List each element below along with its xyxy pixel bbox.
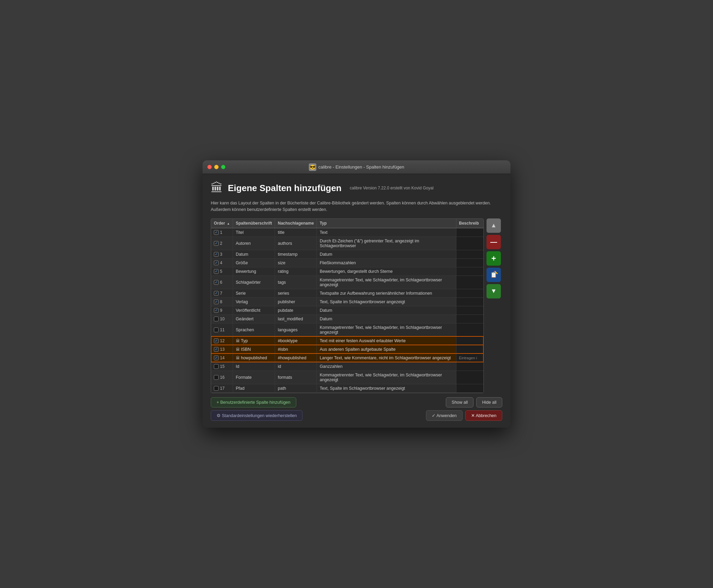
row-checkbox[interactable]: ✓ (214, 299, 219, 304)
cell-typ: Aus anderen Spalten aufgebaute Spalte (317, 345, 456, 353)
row-checkbox[interactable]: ✓ (214, 230, 219, 235)
cell-order: 15 (211, 362, 233, 371)
move-down-button[interactable]: ▼ (487, 284, 501, 298)
add-button[interactable]: + (487, 251, 501, 266)
row-checkbox[interactable]: ✓ (214, 269, 219, 274)
table-row[interactable]: ✓9VeröffentlichtpubdateDatum (211, 306, 483, 315)
cell-nachschl: size (275, 258, 316, 267)
add-custom-column-button[interactable]: + Benutzerdefinierte Spalte hinzufügen (211, 397, 296, 407)
table-row[interactable]: ✓13🏛ISBN#isbnAus anderen Spalten aufgeba… (211, 345, 483, 353)
row-checkbox[interactable] (214, 386, 219, 391)
reset-button[interactable]: ⚙ Standardeinstellungen wiederherstellen (211, 410, 302, 421)
table-row[interactable]: 15IdidGanzzahlen (211, 362, 483, 371)
col-header-nach[interactable]: Nachschlagename (275, 219, 316, 228)
row-checkbox[interactable] (214, 317, 219, 321)
cell-typ: Langer Text, wie Kommentare, nicht im Sc… (317, 353, 456, 362)
cell-nachschl: last_modified (275, 315, 316, 323)
row-checkbox[interactable]: ✓ (214, 260, 219, 265)
row-checkbox[interactable] (214, 364, 219, 369)
cell-typ: Bewertungen, dargestellt durch Sterne (317, 267, 456, 276)
cell-typ: Text (317, 228, 456, 237)
page-subtitle: calibre Version 7.22.0 erstellt von Kovi… (350, 186, 433, 190)
table-row[interactable]: ✓2AutorenauthorsDurch Et-Zeichen ("&") g… (211, 237, 483, 250)
table-row[interactable]: 11SprachenlanguagesKommagetrennter Text,… (211, 323, 483, 336)
table-row[interactable]: ✓4GrößesizeFließkommazahlen (211, 258, 483, 267)
col-header-typ[interactable]: Typ (317, 219, 456, 228)
cell-typ: Datum (317, 315, 456, 323)
table-row[interactable]: ✓3DatumtimestampDatum (211, 250, 483, 258)
cell-spalten: Serie (233, 289, 275, 297)
remove-button[interactable]: — (487, 235, 501, 249)
row-checkbox[interactable]: ✓ (214, 280, 219, 285)
table-row[interactable]: ✓5BewertungratingBewertungen, dargestell… (211, 267, 483, 276)
table-row[interactable]: ✓8VerlagpublisherText, Spalte im Schlagw… (211, 297, 483, 306)
col-header-spalten[interactable]: Spaltenüberschrift (233, 219, 275, 228)
row-checkbox[interactable]: ✓ (214, 291, 219, 296)
cell-spalten: Größe (233, 258, 275, 267)
cell-order: ✓8 (211, 297, 233, 306)
cell-spalten: Bewertung (233, 267, 275, 276)
cell-order: 10 (211, 315, 233, 323)
cancel-button[interactable]: ✕ Abbrechen (465, 410, 502, 421)
row-checkbox[interactable]: ✓ (214, 252, 219, 257)
cell-order: ✓9 (211, 306, 233, 315)
move-up-button[interactable]: ▲ (487, 218, 501, 233)
cell-spalten: Verlag (233, 297, 275, 306)
cell-order: ✓1 (211, 228, 233, 237)
row-checkbox[interactable]: ✓ (214, 356, 219, 360)
cell-typ: Text, Spalte im Schlagwortbrowser angeze… (317, 384, 456, 392)
col-header-beschreib[interactable]: Beschreib (456, 219, 483, 228)
edit-icon: 📋✏️ (490, 271, 497, 278)
cell-beschreib (456, 306, 483, 315)
cell-typ: Durch Et-Zeichen ("&") getrennter Text, … (317, 237, 456, 250)
custom-column-icon: 🏛 (236, 356, 240, 360)
row-checkbox[interactable]: ✓ (214, 338, 219, 343)
table-row[interactable]: ✓12🏛Typ#booktypeText mit einer festen Au… (211, 336, 483, 345)
cell-spalten: Schlagwörter (233, 276, 275, 289)
sort-arrow-icon: ▲ (227, 222, 230, 225)
cell-beschreib (456, 323, 483, 336)
minimize-button[interactable] (214, 165, 219, 169)
table-row[interactable]: ✓1TiteltitleText (211, 228, 483, 237)
footer-bar: ⚙ Standardeinstellungen wiederherstellen… (211, 410, 502, 421)
cell-beschreib (456, 315, 483, 323)
row-checkbox[interactable] (214, 328, 219, 332)
cell-nachschl: tags (275, 276, 316, 289)
bottom-bar-1: + Benutzerdefinierte Spalte hinzufügen S… (211, 397, 502, 407)
cell-typ: Text, Spalte im Schlagwortbrowser angeze… (317, 297, 456, 306)
footer-right: ✓ Anwenden ✕ Abbrechen (426, 410, 502, 421)
cell-beschreib (456, 384, 483, 392)
app-icon: 😎 (309, 163, 316, 171)
table-row[interactable]: 17PfadpathText, Spalte im Schlagwortbrow… (211, 384, 483, 392)
cell-typ: Text mit einer festen Auswahl erlaubter … (317, 336, 456, 345)
hide-all-button[interactable]: Hide all (476, 397, 502, 407)
close-button[interactable] (207, 165, 212, 169)
cell-nachschl: languages (275, 323, 316, 336)
description: Hier kann das Layout der Spalten in der … (211, 200, 502, 213)
row-checkbox[interactable]: ✓ (214, 241, 219, 246)
show-all-button[interactable]: Show all (446, 397, 474, 407)
cell-typ: Kommagetrennter Text, wie Schlagwörter, … (317, 371, 456, 384)
cell-typ: Datum (317, 306, 456, 315)
cell-spalten: Id (233, 362, 275, 371)
table-row[interactable]: ✓6SchlagwörtertagsKommagetrennter Text, … (211, 276, 483, 289)
cell-order: ✓5 (211, 267, 233, 276)
page-icon: 🏛 (211, 181, 223, 195)
row-checkbox[interactable]: ✓ (214, 347, 219, 352)
table-row[interactable]: 10Geändertlast_modifiedDatum (211, 315, 483, 323)
cell-typ: Ganzzahlen (317, 362, 456, 371)
description-line2: Außerdem können benutzerdefinierte Spalt… (211, 207, 327, 212)
row-checkbox[interactable] (214, 375, 219, 380)
table-row[interactable]: 16FormateformatsKommagetrennter Text, wi… (211, 371, 483, 384)
page-header: 🏛 Eigene Spalten hinzufügen calibre Vers… (211, 181, 502, 195)
cell-beschreib (456, 336, 483, 345)
cell-nachschl: pubdate (275, 306, 316, 315)
maximize-button[interactable] (221, 165, 225, 169)
apply-button[interactable]: ✓ Anwenden (426, 410, 463, 421)
col-header-order[interactable]: Order ▲ (211, 219, 233, 228)
table-row[interactable]: ✓7SerieseriesTextspalte zur Aufbewahrung… (211, 289, 483, 297)
table-row[interactable]: ✓14🏛howpublished#howpublishedLanger Text… (211, 353, 483, 362)
edit-button[interactable]: 📋✏️ (487, 268, 501, 282)
row-checkbox[interactable]: ✓ (214, 308, 219, 313)
cell-nachschl: #isbn (275, 345, 316, 353)
